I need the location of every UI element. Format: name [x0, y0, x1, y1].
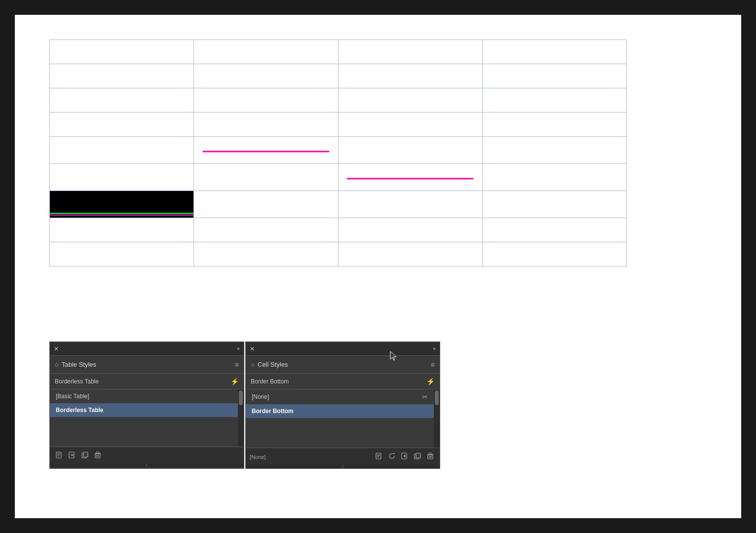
table-cell[interactable] — [338, 88, 482, 113]
table-cell[interactable] — [50, 242, 194, 266]
panel-menu-button-cell-styles[interactable]: ≡ — [431, 361, 435, 369]
svg-marker-19 — [393, 453, 395, 455]
table-cell[interactable] — [194, 164, 338, 191]
styles-scroll-area-cell: [None] ✂ Border Bottom — [246, 389, 440, 448]
table-cell[interactable] — [482, 137, 626, 164]
table-cell[interactable] — [482, 242, 626, 266]
close-button-table-styles[interactable]: ✕ — [54, 346, 59, 352]
styles-list-table: [Basic Table] Borderless Table — [50, 389, 238, 447]
redefine-style-button-cell[interactable] — [386, 452, 397, 462]
table-cell[interactable] — [50, 113, 194, 137]
duplicate-style-button-cell[interactable] — [412, 452, 423, 462]
table-cell[interactable] — [338, 40, 482, 64]
footer-style-label-cell: [None] — [250, 454, 265, 460]
indesign-table[interactable] — [49, 39, 627, 266]
active-style-bar-table: Borderless Table ⚡ — [50, 374, 244, 389]
panel-title-table-styles: ◇ Table Styles — [55, 361, 96, 368]
duplicate-style-button-table[interactable] — [79, 451, 90, 461]
svg-rect-8 — [83, 452, 88, 457]
delete-style-button-cell[interactable] — [425, 452, 436, 462]
table-cell[interactable] — [338, 113, 482, 137]
table-cell[interactable] — [194, 64, 338, 88]
table-cell-black[interactable] — [50, 191, 194, 218]
table-cell[interactable] — [50, 137, 194, 164]
style-item-label-border-bottom: Border Bottom — [252, 408, 294, 415]
green-line — [50, 213, 193, 214]
table-cell[interactable] — [338, 242, 482, 266]
scrollbar-table[interactable] — [238, 389, 244, 447]
new-style-button-table[interactable] — [67, 451, 77, 461]
delete-style-button-table[interactable] — [92, 451, 103, 461]
style-item-border-bottom[interactable]: Border Bottom — [246, 404, 434, 418]
svg-rect-24 — [416, 453, 420, 458]
style-item-label: Borderless Table — [56, 407, 103, 414]
panel-title-cell-styles: ◇ Cell Styles — [251, 361, 288, 368]
styles-list-cell: [None] ✂ Border Bottom — [246, 389, 434, 448]
footer-buttons-cell — [374, 452, 436, 462]
table-cell[interactable] — [194, 88, 338, 113]
scrollbar-thumb-cell[interactable] — [435, 390, 439, 405]
active-style-name-cell: Border Bottom — [251, 378, 289, 385]
cell-lines — [50, 213, 193, 217]
table-cell[interactable] — [482, 64, 626, 88]
table-cell[interactable] — [482, 218, 626, 242]
table-cell[interactable] — [194, 40, 338, 64]
style-item-borderless-table[interactable]: Borderless Table — [50, 403, 238, 417]
load-styles-button-table[interactable] — [54, 451, 65, 461]
table-cell[interactable] — [194, 191, 338, 218]
svg-rect-14 — [96, 452, 99, 454]
diamond-icon: ◇ — [55, 362, 59, 367]
table-cell[interactable] — [194, 242, 338, 266]
table-cell[interactable] — [338, 191, 482, 218]
style-item-label: [Basic Table] — [56, 393, 89, 400]
panel-titlebar-table-styles: ✕ « — [50, 342, 244, 356]
close-button-cell-styles[interactable]: ✕ — [250, 346, 255, 352]
styles-spacer-table — [50, 417, 238, 447]
table-styles-title-label: Table Styles — [62, 361, 96, 368]
panel-titlebar-cell-styles: ✕ « — [246, 342, 440, 356]
style-item-none[interactable]: [None] ✂ — [246, 389, 434, 404]
table-cell[interactable] — [50, 218, 194, 242]
new-style-button-cell[interactable] — [399, 452, 410, 462]
titlebar-left-cell: ✕ — [250, 346, 255, 352]
table-cell[interactable] — [482, 88, 626, 113]
panels-container: ✕ « ◇ Table Styles ≡ Borderless Table ⚡ — [49, 342, 440, 469]
table-cell[interactable] — [482, 113, 626, 137]
clear-override-button[interactable]: ✂ — [422, 393, 428, 401]
diamond-icon-cell: ◇ — [251, 362, 255, 367]
active-style-bar-cell: Border Bottom ⚡ — [246, 374, 440, 389]
panel-header-cell-styles: ◇ Cell Styles ≡ — [246, 356, 440, 374]
collapse-button-cell-styles[interactable]: « — [433, 346, 436, 351]
lightning-button-cell[interactable]: ⚡ — [426, 378, 435, 385]
table-cell-magenta[interactable] — [194, 137, 338, 164]
panel-menu-button-table-styles[interactable]: ≡ — [235, 361, 239, 369]
titlebar-left: ✕ — [54, 346, 59, 352]
magenta-line — [203, 151, 329, 152]
table-cell[interactable] — [50, 64, 194, 88]
main-canvas: ✕ « ◇ Table Styles ≡ Borderless Table ⚡ — [15, 15, 741, 518]
cell-styles-title-label: Cell Styles — [258, 361, 288, 368]
table-cell[interactable] — [482, 40, 626, 64]
load-styles-button-cell[interactable] — [374, 452, 384, 462]
collapse-button-table-styles[interactable]: « — [237, 346, 240, 351]
table-cell[interactable] — [338, 218, 482, 242]
table-cell[interactable] — [50, 164, 194, 191]
lightning-button-table[interactable]: ⚡ — [230, 378, 239, 385]
scroll-grip-table: ⠿ — [50, 464, 244, 467]
table-cell[interactable] — [194, 218, 338, 242]
scrollbar-cell[interactable] — [434, 389, 440, 448]
table-cell-magenta2[interactable] — [338, 164, 482, 191]
style-item-basic-table[interactable]: [Basic Table] — [50, 389, 238, 403]
table-cell[interactable] — [482, 191, 626, 218]
scroll-grip-indicator: ⠿ — [145, 464, 149, 468]
table-cell[interactable] — [338, 64, 482, 88]
table-cell[interactable] — [50, 88, 194, 113]
style-item-label-none: [None] — [252, 393, 269, 400]
scrollbar-thumb-table[interactable] — [239, 390, 243, 405]
table-cell[interactable] — [338, 137, 482, 164]
table-cell[interactable] — [194, 113, 338, 137]
table-cell[interactable] — [482, 164, 626, 191]
scroll-grip-indicator-cell: ⠿ — [341, 465, 345, 469]
footer-buttons-table — [54, 451, 103, 461]
table-cell[interactable] — [50, 40, 194, 64]
